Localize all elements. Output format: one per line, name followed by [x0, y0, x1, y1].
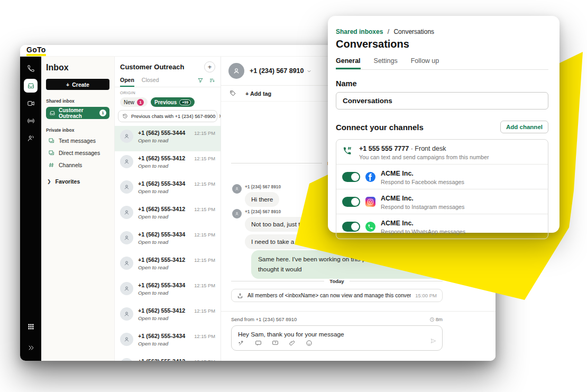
contact-avatar [232, 209, 242, 218]
sidebar-item-customer-outreach[interactable]: Customer Outreach 1 [46, 107, 109, 119]
favorites-toggle[interactable]: ❯ Favorites [46, 178, 109, 185]
inbox-title: Inbox [46, 63, 109, 72]
emoji-icon[interactable] [306, 340, 313, 347]
conversation-list-item[interactable]: +1 (562) 555-3412 12:15 PM Open to read [115, 151, 221, 177]
conversation-list-item[interactable]: +1 (562) 555-3444 12:15 PM Open to read [115, 126, 221, 151]
message-input[interactable]: Hey Sam, thank you for your message [231, 325, 443, 351]
add-tag-button[interactable]: + Add tag [245, 90, 271, 97]
add-channel-button[interactable]: Add channel [500, 121, 548, 133]
conversation-number: +1 (562) 555-3412 [138, 307, 185, 314]
conversation-number: +1 (562) 555-3434 [138, 333, 185, 339]
list-title: Customer Outreach [120, 63, 184, 71]
conversation-list-item[interactable]: +1 (562) 555-3434 12:15 PM Open to read [115, 227, 221, 253]
conversation-time: 12:15 PM [194, 131, 215, 136]
clock-icon [429, 317, 435, 322]
inbox-icon [49, 110, 56, 116]
conversation-list-item[interactable]: +1 (562) 555-3434 12:15 PM Open to read [115, 177, 221, 202]
broadcast-icon[interactable] [24, 114, 38, 127]
conversation-status: Open to read [138, 315, 215, 321]
conversation-list-item[interactable]: +1 (562) 555-3412 12:15 PM Open to read [115, 304, 221, 329]
apps-grid-icon[interactable] [24, 320, 38, 333]
previous-count-badge: +99 [179, 99, 191, 105]
previous-chats-filter-chip[interactable]: Previous chats with +1 (234) 567-8900 ✕ [118, 110, 217, 122]
conversation-number: +1 (562) 555-3412 [138, 358, 185, 361]
conversation-time: 12:15 PM [194, 156, 215, 161]
conversation-number: +1 (562) 555-3412 [138, 257, 185, 263]
ai-compose-icon[interactable] [238, 340, 245, 347]
facebook-toggle[interactable] [342, 172, 360, 182]
whatsapp-icon [365, 222, 375, 232]
private-inbox-label: Private inbox [46, 127, 109, 133]
person-icon [123, 336, 130, 343]
template-icon[interactable] [272, 340, 279, 347]
conversation-list-item[interactable]: +1 (562) 555-3412 12:15 PM Open to read [115, 202, 221, 227]
person-icon [123, 184, 130, 190]
filter-icon[interactable] [197, 77, 204, 84]
conversation-list-item[interactable]: +1 (562) 555-3412 12:15 PM Open to read [115, 354, 221, 361]
phone-hash-icon [342, 146, 354, 158]
tab-follow-up[interactable]: Follow up [411, 57, 439, 69]
sidebar-item-direct-messages[interactable]: Direct messages [46, 149, 109, 157]
tab-closed[interactable]: Closed [142, 77, 159, 87]
conversation-list-item[interactable]: +1 (562) 555-3412 12:15 PM Open to read [115, 253, 221, 278]
conversation-time: 12:15 PM [194, 181, 215, 187]
tab-settings[interactable]: Settings [374, 57, 398, 69]
response-timer: 8m [429, 316, 443, 322]
contact-center-icon[interactable] [24, 131, 38, 145]
tab-general[interactable]: General [336, 57, 361, 69]
new-conversation-button[interactable]: + [204, 61, 215, 72]
person-icon [234, 186, 240, 192]
channel-description: Respond to Instagram messages [381, 204, 464, 210]
settings-tabs: General Settings Follow up [336, 57, 548, 70]
collapse-icon[interactable] [24, 341, 38, 354]
breadcrumb-current: Conversations [393, 28, 434, 35]
whatsapp-toggle[interactable] [342, 222, 360, 232]
conversation-time: 12:15 PM [194, 359, 215, 361]
sidebar-item-channels[interactable]: Channels [46, 161, 109, 169]
notice-time: 15:00 PM [415, 293, 437, 298]
channel-description: Respond to Facebook messages [381, 179, 464, 185]
sort-icon[interactable] [209, 77, 215, 84]
filter-chip-previous[interactable]: Previous +99 [151, 97, 195, 107]
conversation-list[interactable]: +1 (562) 555-3444 12:15 PM Open to read [115, 126, 221, 361]
conversation-number: +1 (562) 555-3434 [138, 282, 185, 288]
person-icon [123, 133, 130, 140]
conversation-status: Open to read [138, 138, 215, 143]
conversation-time: 12:15 PM [194, 308, 215, 314]
conversation-status: Open to read [138, 188, 215, 194]
tab-open[interactable]: Open [120, 77, 134, 87]
conversation-list-item[interactable]: +1 (562) 555-3434 12:15 PM Open to read [115, 329, 221, 354]
breadcrumb-shared-inboxes[interactable]: Shared inboxes [336, 28, 383, 35]
chevron-right-icon: ❯ [47, 179, 51, 184]
send-icon[interactable] [430, 337, 437, 347]
message-bubble: Same here. I've been working on this pro… [251, 250, 443, 279]
phone-icon[interactable] [24, 61, 38, 75]
conversation-number: +1 (562) 555-3412 [138, 206, 185, 212]
contact-avatar [120, 155, 133, 168]
attachment-icon[interactable] [289, 340, 296, 347]
sidebar-item-text-messages[interactable]: Text messages [46, 136, 109, 145]
person-icon [123, 285, 130, 292]
list-tabs: Open Closed [115, 77, 221, 87]
conversation-number: +1 (562) 555-3412 [138, 155, 185, 161]
canned-response-icon[interactable] [255, 340, 262, 347]
contact-avatar [120, 231, 133, 244]
filter-chip-new[interactable]: New 1 [120, 97, 148, 107]
video-icon[interactable] [24, 96, 38, 110]
create-button[interactable]: + Create [46, 79, 109, 90]
contact-dropdown[interactable]: +1 (234) 567 8910 [250, 67, 311, 75]
inbox-settings-card: Shared inboxes / Conversations Conversat… [328, 16, 560, 233]
message-bubble: Hi there [245, 192, 279, 207]
message-bubble: I need to take a break fro [245, 234, 327, 249]
conversation-status: Open to read [138, 239, 215, 245]
person-icon [123, 209, 130, 216]
phone-channel-description: You can text and send campaigns from thi… [359, 154, 489, 160]
phone-channel-number: +1 555 555 7777 [359, 145, 409, 152]
chat-square-icon [48, 138, 54, 144]
inbox-icon[interactable] [24, 79, 38, 93]
instagram-toggle[interactable] [342, 197, 360, 207]
contact-avatar [120, 206, 133, 219]
channel-name: ACME Inc. [381, 170, 414, 177]
conversation-list-item[interactable]: +1 (562) 555-3434 12:15 PM Open to read [115, 278, 221, 304]
name-input[interactable] [336, 92, 548, 110]
